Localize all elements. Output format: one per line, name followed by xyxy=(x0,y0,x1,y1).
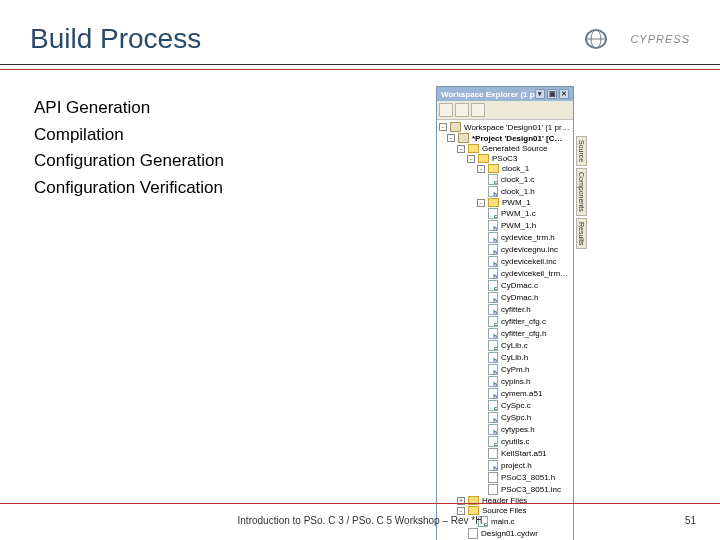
side-tab-results[interactable]: Results xyxy=(576,218,587,249)
h-file-icon xyxy=(488,328,498,339)
tree-row[interactable]: KeilStart.a51 xyxy=(439,448,571,460)
tree-label: CySpc.c xyxy=(501,401,531,410)
bullet-item: API Generation xyxy=(34,96,224,121)
tree-row[interactable]: cyfitter_cfg.h xyxy=(439,328,571,340)
tree-label: Source Files xyxy=(482,506,526,515)
expand-icon[interactable]: - xyxy=(457,145,465,153)
tree-row[interactable]: -Generated Source xyxy=(439,144,571,154)
tree-row[interactable]: cydevice_trm.h xyxy=(439,232,571,244)
tree-row[interactable]: project.h xyxy=(439,460,571,472)
tree-row[interactable]: -PWM_1 xyxy=(439,198,571,208)
tree-row[interactable]: CyDmac.c xyxy=(439,280,571,292)
tree-row[interactable]: cypins.h xyxy=(439,376,571,388)
folder-icon xyxy=(468,144,479,153)
body-bullets: API Generation Compilation Configuration… xyxy=(34,96,224,203)
bullet-item: Compilation xyxy=(34,123,224,148)
footer-rule xyxy=(0,503,720,504)
tree-row[interactable]: cydevicekeil_trm… xyxy=(439,268,571,280)
h-file-icon xyxy=(488,352,498,363)
tree-row[interactable]: -Workspace 'Design01' (1 project) xyxy=(439,122,571,133)
tree-label: PWM_1.c xyxy=(501,209,536,218)
h-file-icon xyxy=(488,460,498,471)
tree-row[interactable]: -clock_1 xyxy=(439,164,571,174)
tree-row[interactable]: CySpc.h xyxy=(439,412,571,424)
c-file-icon xyxy=(488,340,498,351)
file-tree[interactable]: Source Components Results -Workspace 'De… xyxy=(437,120,573,540)
tree-label: clock_1 xyxy=(502,164,529,173)
expand-icon[interactable]: - xyxy=(477,199,485,207)
tree-label: cyfitter.h xyxy=(501,305,531,314)
expand-icon[interactable]: - xyxy=(477,165,485,173)
tree-row[interactable]: PWM_1.h xyxy=(439,220,571,232)
tree-label: PWM_1 xyxy=(502,198,530,207)
tree-label: cydevicegnu.inc xyxy=(501,245,558,254)
file-icon xyxy=(488,448,498,459)
tree-row[interactable]: CySpc.c xyxy=(439,400,571,412)
h-file-icon xyxy=(488,244,498,255)
tree-label: CyPm.h xyxy=(501,365,529,374)
tree-label: cytypes.h xyxy=(501,425,535,434)
tree-label: cyfitter_cfg.c xyxy=(501,317,546,326)
tree-row[interactable]: clock_1.c xyxy=(439,174,571,186)
footer-text: Introduction to PSo. C 3 / PSo. C 5 Work… xyxy=(0,515,720,526)
tree-label: Workspace 'Design01' (1 project) xyxy=(464,123,571,132)
tree-label: Design01.cydwr xyxy=(481,529,538,538)
h-file-icon xyxy=(488,256,498,267)
tree-row[interactable]: PSoC3_8051.h xyxy=(439,472,571,484)
tree-row[interactable]: cymem.a51 xyxy=(439,388,571,400)
h-file-icon xyxy=(488,292,498,303)
h-file-icon xyxy=(488,304,498,315)
tree-row[interactable]: -*Project 'Design01' [C… xyxy=(439,133,571,144)
tree-label: cydevicekeil.inc xyxy=(501,257,557,266)
file-icon xyxy=(488,472,498,483)
tree-row[interactable]: cyfitter.h xyxy=(439,304,571,316)
close-icon[interactable]: ✕ xyxy=(559,89,569,99)
toolbar-button[interactable] xyxy=(471,103,485,117)
toolbar-button[interactable] xyxy=(455,103,469,117)
folder-icon xyxy=(488,198,499,207)
toolbar-button[interactable] xyxy=(439,103,453,117)
side-tab-components[interactable]: Components xyxy=(576,168,587,216)
tree-row[interactable]: CyDmac.h xyxy=(439,292,571,304)
tree-row[interactable]: clock_1.h xyxy=(439,186,571,198)
tree-row[interactable]: CyLib.c xyxy=(439,340,571,352)
expand-icon[interactable]: - xyxy=(457,507,465,515)
expand-icon[interactable]: - xyxy=(467,155,475,163)
side-tab-source[interactable]: Source xyxy=(576,136,587,166)
c-file-icon xyxy=(488,280,498,291)
title-rule-1 xyxy=(0,64,720,65)
tree-row[interactable]: CyLib.h xyxy=(439,352,571,364)
tree-row[interactable]: -PSoC3 xyxy=(439,154,571,164)
project-icon xyxy=(458,133,469,143)
expand-icon[interactable]: - xyxy=(447,134,455,142)
bullet-item: Configuration Generation xyxy=(34,149,224,174)
c-file-icon xyxy=(488,316,498,327)
tree-row[interactable]: PSoC3_8051.inc xyxy=(439,484,571,496)
tree-label: KeilStart.a51 xyxy=(501,449,547,458)
panel-pin-icon[interactable]: ▣ xyxy=(547,89,557,99)
folder-icon xyxy=(468,506,479,515)
tree-label: cydevice_trm.h xyxy=(501,233,555,242)
tree-row[interactable]: Design01.cydwr xyxy=(439,528,571,540)
c-file-icon xyxy=(488,208,498,219)
tree-label: cydevicekeil_trm… xyxy=(501,269,568,278)
h-file-icon xyxy=(488,186,498,197)
h-file-icon xyxy=(488,388,498,399)
tree-label: PSoC3 xyxy=(492,154,517,163)
tree-row[interactable]: cytypes.h xyxy=(439,424,571,436)
panel-titlebar[interactable]: Workspace Explorer (1 project) ▾ ▣ ✕ xyxy=(437,87,573,101)
tree-row[interactable]: +Header Files xyxy=(439,496,571,506)
tree-row[interactable]: cydevicegnu.inc xyxy=(439,244,571,256)
expand-icon[interactable]: - xyxy=(439,123,447,131)
tree-label: *Project 'Design01' [C… xyxy=(472,134,563,143)
panel-dropdown-icon[interactable]: ▾ xyxy=(535,89,545,99)
tree-row[interactable]: cydevicekeil.inc xyxy=(439,256,571,268)
tree-label: CyLib.c xyxy=(501,341,528,350)
tree-row[interactable]: PWM_1.c xyxy=(439,208,571,220)
tree-row[interactable]: cyfitter_cfg.c xyxy=(439,316,571,328)
tree-label: clock_1.c xyxy=(501,175,534,184)
page-title: Build Process xyxy=(30,23,201,55)
file-icon xyxy=(488,484,498,495)
tree-row[interactable]: CyPm.h xyxy=(439,364,571,376)
tree-row[interactable]: cyutils.c xyxy=(439,436,571,448)
